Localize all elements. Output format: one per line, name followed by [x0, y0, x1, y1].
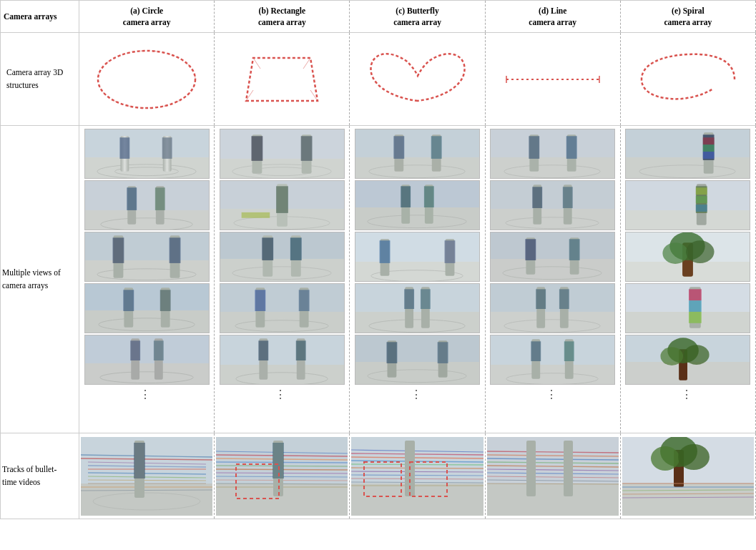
track-butterfly-svg — [351, 437, 483, 516]
view-line-2 — [490, 180, 615, 230]
svg-rect-160 — [626, 210, 750, 230]
header-label-cell: Camera arrays — [1, 1, 79, 33]
track-line — [485, 433, 620, 519]
svg-rect-152 — [626, 157, 750, 179]
svg-rect-124 — [491, 209, 614, 230]
structure-rectangle — [215, 33, 350, 126]
svg-rect-68 — [220, 312, 344, 333]
svg-rect-30 — [112, 237, 124, 263]
svg-rect-100 — [380, 240, 391, 263]
svg-rect-158 — [703, 152, 715, 159]
view-butterfly-4 — [355, 283, 480, 333]
view-spiral-3 — [625, 232, 750, 282]
view-rect-2 — [220, 180, 345, 230]
view-circle-5 — [84, 335, 210, 385]
header-rectangle: (b) Rectangle camera array — [215, 1, 350, 33]
svg-rect-52 — [251, 136, 262, 161]
svg-rect-19 — [85, 210, 209, 230]
svg-rect-38 — [159, 290, 170, 311]
svg-rect-176 — [689, 300, 702, 312]
structure-label-cell: Camera array 3Dstructures — [1, 33, 79, 126]
svg-point-251 — [678, 444, 710, 470]
svg-rect-122 — [566, 136, 577, 159]
svg-rect-93 — [401, 186, 411, 207]
dots-line: ⋮ — [546, 388, 560, 401]
svg-rect-245 — [564, 441, 573, 496]
structure-row: Camera array 3Dstructures — [1, 33, 756, 126]
svg-rect-107 — [404, 289, 414, 309]
views-butterfly: ⋮ — [350, 126, 485, 433]
track-spiral — [620, 433, 755, 519]
view-rect-3 — [220, 232, 345, 282]
svg-rect-40 — [85, 363, 209, 385]
svg-rect-44 — [130, 340, 140, 360]
svg-marker-2 — [246, 58, 318, 101]
track-rectangle — [215, 433, 350, 519]
tracks-label-cell: Tracks of bullet-time videos — [1, 433, 79, 519]
svg-rect-66 — [290, 237, 302, 260]
view-rect-5 — [220, 335, 345, 385]
svg-rect-58 — [276, 186, 288, 213]
header-line: (d) Line camera array — [485, 1, 620, 33]
rectangle-svg — [225, 40, 339, 119]
svg-rect-179 — [626, 362, 750, 385]
views-rectangle: ⋮ — [215, 126, 350, 433]
svg-rect-177 — [689, 312, 702, 323]
structure-spiral — [620, 33, 755, 126]
svg-rect-244 — [526, 441, 536, 496]
views-row: Multiple views ofcamera arrays — [1, 126, 756, 433]
svg-rect-96 — [355, 262, 479, 282]
svg-rect-86 — [393, 136, 404, 159]
dots-butterfly: ⋮ — [411, 388, 425, 401]
track-rect-svg — [216, 437, 348, 516]
svg-rect-233 — [487, 483, 619, 516]
svg-rect-164 — [696, 196, 707, 203]
header-butterfly: (c) Butterfly camera array — [350, 1, 485, 33]
view-circle-4 — [84, 283, 210, 333]
svg-rect-103 — [355, 312, 479, 333]
svg-rect-24 — [155, 187, 165, 210]
view-line-5 — [490, 335, 615, 385]
view-spiral-5 — [625, 335, 750, 385]
views-circle: ⋮ — [79, 126, 215, 433]
track-circle-svg — [81, 437, 212, 516]
view-line-1 — [490, 129, 615, 179]
svg-rect-175 — [689, 289, 702, 300]
svg-rect-45 — [154, 340, 164, 360]
structure-line — [485, 33, 620, 126]
svg-rect-75 — [220, 365, 344, 385]
svg-rect-59 — [242, 212, 270, 218]
svg-rect-138 — [491, 312, 614, 333]
svg-rect-185 — [81, 483, 212, 516]
view-rect-1 — [220, 129, 345, 179]
svg-rect-17 — [162, 137, 172, 159]
svg-rect-82 — [355, 157, 479, 179]
dots-circle: ⋮ — [139, 388, 154, 401]
svg-point-183 — [684, 345, 710, 365]
svg-rect-145 — [491, 365, 614, 385]
line-svg — [496, 40, 610, 119]
circle-svg — [89, 40, 204, 119]
svg-rect-163 — [696, 187, 707, 195]
view-butterfly-5 — [355, 335, 480, 385]
svg-point-170 — [663, 242, 689, 264]
view-butterfly-1 — [355, 129, 480, 179]
track-spiral-svg — [622, 437, 754, 516]
svg-rect-114 — [387, 342, 398, 363]
svg-line-3 — [253, 58, 260, 69]
track-circle — [79, 433, 215, 519]
svg-rect-142 — [536, 289, 546, 309]
svg-rect-53 — [301, 136, 313, 161]
svg-rect-94 — [424, 186, 434, 207]
track-line-svg — [487, 437, 619, 516]
main-table: Camera arrays (a) Circle camera array (b… — [0, 0, 756, 519]
svg-rect-26 — [85, 260, 209, 282]
view-spiral-4 — [625, 283, 750, 333]
svg-rect-79 — [258, 340, 268, 360]
svg-rect-199 — [134, 443, 145, 478]
view-line-4 — [490, 283, 615, 333]
svg-rect-16 — [119, 137, 129, 159]
svg-rect-149 — [531, 341, 541, 361]
views-spiral: ⋮ — [620, 126, 755, 433]
svg-point-250 — [651, 446, 679, 471]
